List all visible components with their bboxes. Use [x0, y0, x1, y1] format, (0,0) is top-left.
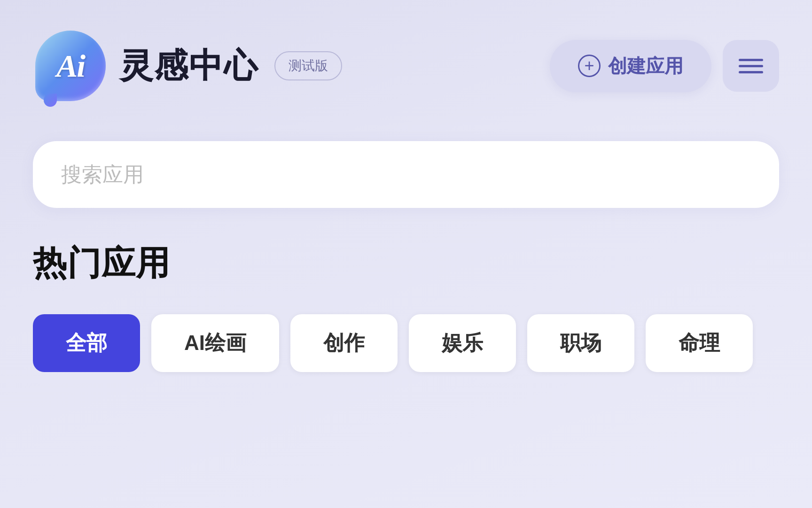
logo-icon: Ai	[35, 31, 106, 101]
version-badge: 测试版	[274, 51, 342, 80]
menu-line-3	[739, 71, 763, 73]
search-bar	[33, 141, 779, 208]
logo-container: Ai	[33, 28, 108, 103]
header: Ai 灵感中心 测试版 + 创建应用	[33, 28, 779, 103]
tab-workplace[interactable]: 职场	[527, 314, 634, 372]
logo-text: Ai	[56, 48, 85, 85]
tab-ai-painting[interactable]: AI绘画	[151, 314, 279, 372]
tab-destiny[interactable]: 命理	[646, 314, 753, 372]
page-container: Ai 灵感中心 测试版 + 创建应用	[0, 0, 812, 508]
search-container	[33, 141, 779, 208]
tab-all[interactable]: 全部	[33, 314, 140, 372]
tab-creation[interactable]: 创作	[290, 314, 398, 372]
menu-line-1	[739, 59, 763, 61]
create-app-button[interactable]: + 创建应用	[550, 40, 711, 92]
section-title: 热门应用	[33, 241, 779, 286]
tab-entertainment[interactable]: 娱乐	[409, 314, 516, 372]
header-left: Ai 灵感中心 测试版	[33, 28, 342, 103]
menu-line-2	[739, 65, 763, 67]
menu-button[interactable]	[723, 40, 779, 92]
create-app-label: 创建应用	[608, 53, 683, 79]
category-tabs: 全部 AI绘画 创作 娱乐 职场 命理	[33, 314, 779, 372]
search-input[interactable]	[61, 163, 751, 186]
app-name: 灵感中心	[119, 43, 258, 88]
header-right: + 创建应用	[550, 40, 779, 92]
plus-icon: +	[578, 55, 601, 77]
